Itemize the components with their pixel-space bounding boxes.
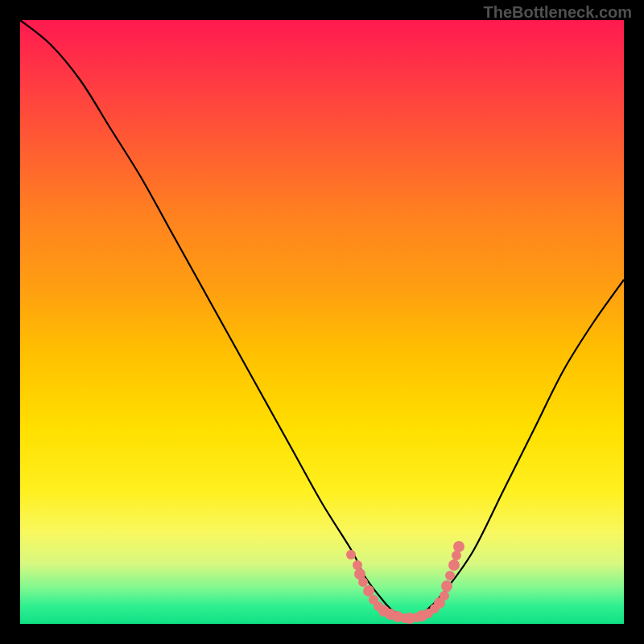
plot-area: I bbox=[20, 20, 624, 624]
marker-left bbox=[346, 550, 356, 559]
watermark-text: TheBottleneck.com bbox=[484, 3, 632, 22]
chart-frame: TheBottleneck.com I bbox=[0, 0, 644, 644]
marker-right bbox=[452, 551, 461, 560]
marker-right bbox=[453, 541, 464, 552]
bottleneck-curve bbox=[20, 20, 624, 618]
illustrative-char: I bbox=[447, 581, 450, 594]
marker-right bbox=[445, 571, 455, 580]
curve-svg bbox=[20, 20, 624, 624]
marker-right bbox=[448, 559, 460, 571]
